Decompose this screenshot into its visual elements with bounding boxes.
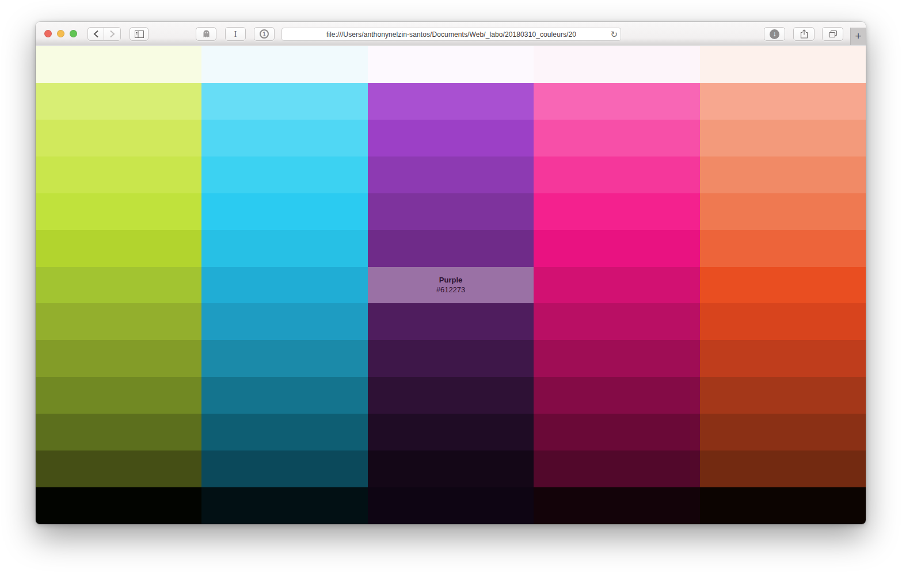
- color-swatch[interactable]: [36, 414, 201, 450]
- download-icon: ↓: [770, 29, 779, 39]
- color-swatch[interactable]: [700, 230, 866, 267]
- browser-window: I 1 file:///Users/anthonynelzin-santos/D…: [36, 22, 866, 524]
- sidebar-panel-icon: [135, 30, 144, 38]
- color-swatch[interactable]: [534, 156, 699, 193]
- color-swatch[interactable]: [201, 267, 367, 304]
- color-swatch[interactable]: [534, 340, 699, 377]
- color-swatch[interactable]: [534, 450, 699, 487]
- color-column-orange: [700, 46, 866, 524]
- color-swatch[interactable]: [368, 303, 534, 340]
- new-tab-button[interactable]: +: [850, 28, 866, 45]
- share-icon: [800, 29, 808, 39]
- color-swatch[interactable]: [368, 487, 534, 524]
- color-swatch[interactable]: [36, 83, 201, 120]
- color-swatch[interactable]: [36, 156, 201, 193]
- color-swatch[interactable]: [36, 267, 201, 304]
- color-swatch[interactable]: [700, 450, 866, 487]
- color-swatch[interactable]: [201, 193, 367, 230]
- extension-reader-button[interactable]: I: [225, 27, 246, 41]
- color-swatch[interactable]: [368, 156, 534, 193]
- color-swatch[interactable]: [36, 230, 201, 267]
- ghost-icon: [203, 30, 210, 38]
- back-button[interactable]: [87, 27, 104, 41]
- chevron-left-icon: [93, 30, 99, 38]
- color-swatch[interactable]: [534, 230, 699, 267]
- circled-one-icon: 1: [260, 29, 269, 39]
- color-swatch[interactable]: [700, 46, 866, 83]
- color-column-cyan: [201, 46, 367, 524]
- serif-capital-I-icon: I: [234, 29, 237, 39]
- swatch-hover-overlay: Purple#612273: [368, 267, 534, 304]
- color-swatch[interactable]: [36, 450, 201, 487]
- color-swatch[interactable]: [201, 340, 367, 377]
- color-swatch[interactable]: [534, 193, 699, 230]
- downloads-button[interactable]: ↓: [764, 27, 785, 41]
- color-swatch[interactable]: [700, 267, 866, 304]
- color-grid: Purple#612273: [36, 46, 866, 524]
- color-swatch[interactable]: [534, 83, 699, 120]
- color-swatch[interactable]: [201, 120, 367, 156]
- color-swatch[interactable]: [201, 156, 367, 193]
- extension-ghostery-button[interactable]: [196, 27, 216, 41]
- color-swatch[interactable]: [36, 487, 201, 524]
- reload-icon[interactable]: ↻: [610, 28, 618, 40]
- color-swatch[interactable]: [201, 303, 367, 340]
- color-swatch[interactable]: [201, 377, 367, 414]
- url-fade-overlay: [591, 29, 606, 40]
- color-swatch[interactable]: [700, 303, 866, 340]
- color-swatch[interactable]: [36, 340, 201, 377]
- sidebar-toggle-button[interactable]: [130, 27, 149, 41]
- color-swatch[interactable]: [700, 340, 866, 377]
- color-swatch[interactable]: [368, 83, 534, 120]
- color-column-purple: Purple#612273: [368, 46, 534, 524]
- color-swatch[interactable]: [201, 450, 367, 487]
- color-swatch[interactable]: [368, 120, 534, 156]
- color-swatch[interactable]: [368, 46, 534, 83]
- color-swatch[interactable]: [201, 83, 367, 120]
- color-swatch[interactable]: [534, 414, 699, 450]
- color-swatch[interactable]: [368, 414, 534, 450]
- color-swatch[interactable]: [700, 487, 866, 524]
- tab-overview-button[interactable]: [822, 27, 843, 41]
- color-swatch[interactable]: [368, 340, 534, 377]
- color-swatch[interactable]: [534, 487, 699, 524]
- zoom-window-button[interactable]: [70, 30, 77, 37]
- color-swatch[interactable]: [368, 230, 534, 267]
- url-text: file:///Users/anthonynelzin-santos/Docum…: [326, 30, 576, 39]
- color-swatch[interactable]: [700, 120, 866, 156]
- color-column-chartreuse: [36, 46, 201, 524]
- minimize-window-button[interactable]: [57, 30, 64, 37]
- color-swatch[interactable]: [36, 193, 201, 230]
- color-swatch[interactable]: [201, 230, 367, 267]
- share-button[interactable]: [793, 27, 815, 41]
- swatch-tooltip-name: Purple: [439, 275, 462, 285]
- color-column-magenta: [534, 46, 699, 524]
- color-swatch[interactable]: [36, 46, 201, 83]
- forward-button[interactable]: [104, 27, 121, 41]
- color-swatch[interactable]: [700, 193, 866, 230]
- color-swatch[interactable]: [534, 377, 699, 414]
- color-swatch[interactable]: [368, 377, 534, 414]
- color-swatch[interactable]: [700, 414, 866, 450]
- extension-1password-button[interactable]: 1: [254, 27, 275, 41]
- color-swatch[interactable]: [534, 46, 699, 83]
- color-swatch[interactable]: [201, 487, 367, 524]
- color-swatch[interactable]: [201, 414, 367, 450]
- color-swatch[interactable]: [700, 83, 866, 120]
- color-swatch[interactable]: [534, 303, 699, 340]
- color-swatch[interactable]: [700, 377, 866, 414]
- color-swatch[interactable]: [700, 156, 866, 193]
- color-swatch[interactable]: [201, 46, 367, 83]
- close-window-button[interactable]: [44, 30, 52, 37]
- address-bar[interactable]: file:///Users/anthonynelzin-santos/Docum…: [281, 28, 621, 41]
- color-swatch[interactable]: Purple#612273: [368, 267, 534, 304]
- color-swatch[interactable]: [368, 193, 534, 230]
- color-swatch[interactable]: [36, 377, 201, 414]
- color-swatch[interactable]: [534, 120, 699, 156]
- color-swatch[interactable]: [36, 120, 201, 156]
- traffic-lights: [44, 30, 77, 37]
- color-swatch[interactable]: [368, 450, 534, 487]
- color-swatch[interactable]: [36, 303, 201, 340]
- color-swatch[interactable]: [534, 267, 699, 304]
- browser-toolbar: I 1 file:///Users/anthonynelzin-santos/D…: [36, 22, 866, 45]
